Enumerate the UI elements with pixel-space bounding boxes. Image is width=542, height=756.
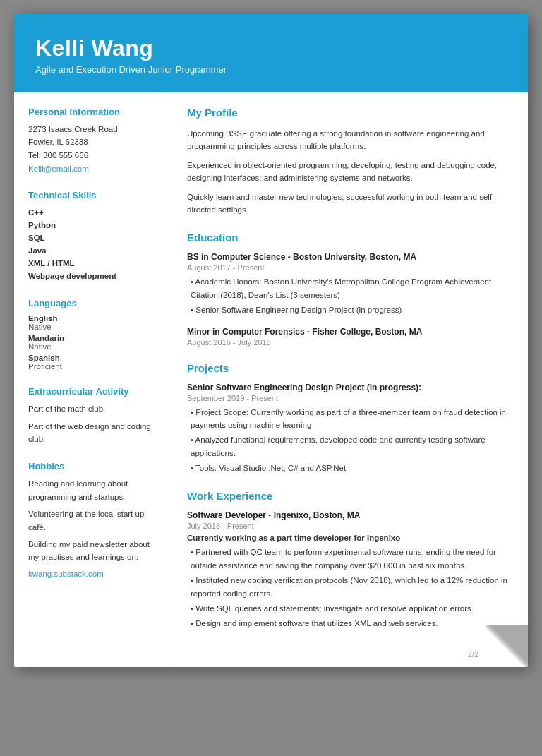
skill-python: Python (28, 219, 158, 232)
lang-spanish: Spanish Proficient (28, 354, 158, 371)
profile-p2: Experienced in object-oriented programmi… (187, 159, 510, 185)
work-1-sub: Currently working as a part time develop… (187, 534, 510, 542)
edu-1-bullet-1: • Academic Honors: Boston University's M… (187, 275, 510, 301)
hobby-2: Volunteering at the local start up café. (28, 508, 158, 534)
skill-java: Java (28, 244, 158, 257)
hobby-3: Building my paid newsletter about my pra… (28, 538, 158, 564)
main-content: My Profile Upcoming BSSE graduate offeri… (169, 92, 528, 667)
work-1-bullet-1: • Partnered with QC team to perform expe… (187, 546, 510, 572)
candidate-subtitle: Agile and Execution Driven Junior Progra… (35, 64, 507, 75)
hobby-1: Reading and learning about programming a… (28, 477, 158, 503)
resume-page: Kelli Wang Agile and Execution Driven Ju… (14, 14, 528, 667)
project-1-date: September 2019 - Present (187, 394, 510, 402)
project-1-bullet-1: • Project Scope: Currently working as pa… (187, 406, 510, 432)
extracurricular-2: Part of the web design and coding club. (28, 420, 158, 446)
newsletter-link[interactable]: kwang.substack.com (28, 570, 104, 578)
profile-p1: Upcoming BSSE graduate offering a strong… (187, 127, 510, 153)
profile-section: My Profile Upcoming BSSE graduate offeri… (187, 107, 510, 216)
edu-2-degree: Minor in Computer Forensics - Fisher Col… (187, 327, 510, 337)
extracurricular-section: Extracurricular Activity Part of the mat… (28, 386, 158, 445)
work-1: Software Developer - Ingenixo, Boston, M… (187, 510, 510, 630)
hobbies-section: Hobbies Reading and learning about progr… (28, 461, 158, 579)
extracurricular-1: Part of the math club. (28, 402, 158, 415)
skill-xml: XML / HTML (28, 257, 158, 270)
projects-title: Projects (187, 362, 510, 376)
edu-1: BS in Computer Science - Boston Universi… (187, 252, 510, 316)
address-line2: Fowler, IL 62338 (28, 136, 158, 148)
work-experience-section: Work Experience Software Developer - Ing… (187, 490, 510, 630)
candidate-name: Kelli Wang (35, 35, 507, 61)
personal-info-section: Personal Information 2273 Isaacs Creek R… (28, 107, 158, 174)
skill-sql: SQL (28, 232, 158, 244)
skill-cpp: C++ (28, 206, 158, 219)
work-title: Work Experience (187, 490, 510, 503)
languages-section: Languages English Native Mandarin Native… (28, 298, 158, 371)
project-1-title: Senior Software Engineering Design Proje… (187, 383, 510, 392)
edu-1-bullet-2: • Senior Software Engineering Design Pro… (187, 304, 510, 316)
lang-english: English Native (28, 314, 158, 331)
body-content: Personal Information 2273 Isaacs Creek R… (14, 92, 528, 667)
address-line1: 2273 Isaacs Creek Road (28, 123, 158, 136)
profile-title: My Profile (187, 107, 510, 120)
extracurricular-title: Extracurricular Activity (28, 386, 158, 397)
edu-2: Minor in Computer Forensics - Fisher Col… (187, 327, 510, 347)
education-title: Education (187, 232, 510, 245)
languages-title: Languages (28, 298, 158, 308)
education-section: Education BS in Computer Science - Bosto… (187, 232, 510, 346)
tel: Tel: 300 555 666 (28, 149, 158, 162)
projects-section: Projects Senior Software Engineering Des… (187, 362, 510, 475)
work-1-bullet-4: • Design and implement software that uti… (187, 617, 510, 630)
project-1: Senior Software Engineering Design Proje… (187, 383, 510, 475)
project-1-bullet-3: • Tools: Visual Studio .Net, C# and ASP.… (187, 462, 510, 474)
work-1-bullet-3: • Write SQL queries and statements; inve… (187, 602, 510, 615)
edu-2-date: August 2016 - July 2018 (187, 338, 510, 347)
sidebar: Personal Information 2273 Isaacs Creek R… (14, 92, 169, 667)
header-section: Kelli Wang Agile and Execution Driven Ju… (14, 14, 528, 92)
personal-info-title: Personal Information (28, 107, 158, 117)
skill-web: Webpage development (28, 270, 158, 282)
work-1-title: Software Developer - Ingenixo, Boston, M… (187, 510, 510, 520)
technical-skills-section: Technical Skills C++ Python SQL Java XML… (28, 190, 158, 282)
lang-mandarin: Mandarin Native (28, 334, 158, 351)
project-1-bullet-2: • Analyzed functional requirements, deve… (187, 433, 510, 460)
page-number: 2/2 (468, 650, 478, 659)
work-1-bullet-2: • Instituted new coding verification pro… (187, 574, 510, 600)
edu-1-degree: BS in Computer Science - Boston Universi… (187, 252, 510, 262)
work-1-date: July 2018 - Present (187, 522, 510, 530)
hobbies-title: Hobbies (28, 461, 158, 472)
profile-p3: Quickly learn and master new technologie… (187, 191, 510, 217)
edu-1-date: August 2017 - Present (187, 263, 510, 272)
email-link[interactable]: Kelli@email.com (28, 164, 89, 173)
technical-skills-title: Technical Skills (28, 190, 158, 200)
